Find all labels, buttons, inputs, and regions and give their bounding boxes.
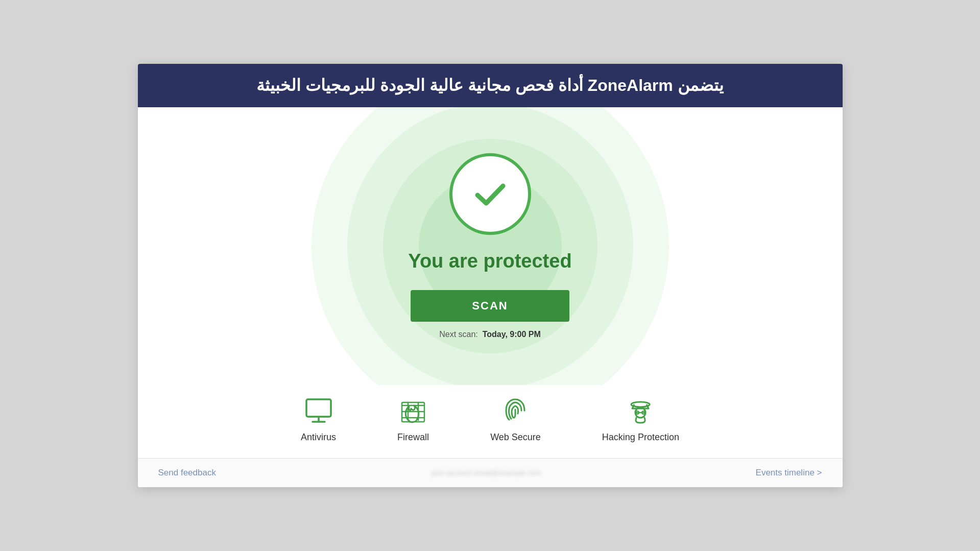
icons-row: Antivirus Firewall — [138, 385, 843, 458]
footer-center-text: your-account-email@example.com — [431, 469, 541, 477]
web-secure-label: Web Secure — [490, 432, 541, 443]
antivirus-label: Antivirus — [301, 432, 336, 443]
next-scan-label: Next scan: — [439, 330, 478, 339]
main-content: You are protected SCAN Next scan: Today,… — [138, 107, 843, 385]
web-secure-item[interactable]: Web Secure — [490, 395, 541, 443]
next-scan-time: Today, 9:00 PM — [483, 330, 541, 339]
hacking-protection-label: Hacking Protection — [602, 432, 679, 443]
antivirus-item[interactable]: Antivirus — [301, 395, 336, 443]
check-circle — [449, 153, 531, 235]
protected-text: You are protected — [408, 250, 571, 272]
fingerprint-icon — [500, 395, 531, 426]
app-background: يتضمن ZoneAlarm أداة فحص مجانية عالية ال… — [0, 0, 980, 551]
spy-icon — [625, 395, 656, 426]
checkmark-icon — [470, 174, 511, 214]
send-feedback-link[interactable]: Send feedback — [158, 468, 216, 478]
hacking-protection-item[interactable]: Hacking Protection — [602, 395, 679, 443]
svg-rect-0 — [306, 399, 331, 417]
monitor-icon — [303, 395, 334, 426]
footer-bar: Send feedback your-account-email@example… — [138, 458, 843, 487]
firewall-item[interactable]: Firewall — [397, 395, 429, 443]
firewall-label: Firewall — [397, 432, 429, 443]
top-banner: يتضمن ZoneAlarm أداة فحص مجانية عالية ال… — [138, 64, 843, 108]
main-card: يتضمن ZoneAlarm أداة فحص مجانية عالية ال… — [138, 64, 843, 488]
next-scan-info: Next scan: Today, 9:00 PM — [439, 330, 541, 339]
events-timeline-link[interactable]: Events timeline > — [756, 468, 822, 478]
circles-container: You are protected SCAN Next scan: Today,… — [138, 107, 843, 385]
scan-button[interactable]: SCAN — [411, 290, 569, 322]
banner-text: يتضمن ZoneAlarm أداة فحص مجانية عالية ال… — [158, 75, 822, 97]
firewall-icon — [398, 395, 428, 426]
